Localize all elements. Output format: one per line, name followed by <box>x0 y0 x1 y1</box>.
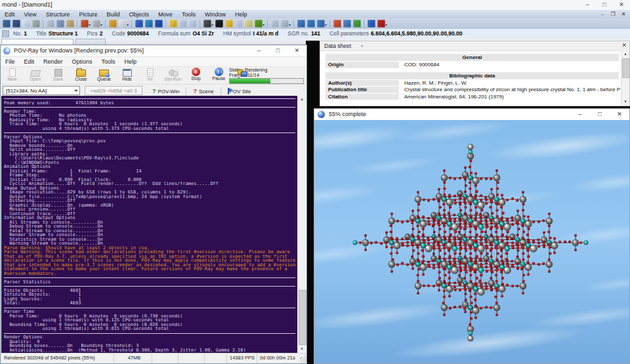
new-picture-icon[interactable] <box>135 20 143 28</box>
diamond-menu-tools[interactable]: Tools <box>177 11 200 18</box>
data-sheet-header[interactable]: Data sheet ▾ ✕ <box>320 41 629 51</box>
window-pale-2-icon[interactable] <box>189 20 197 28</box>
toolbar-stop-button[interactable]: Stop <box>184 67 207 84</box>
redo-icon[interactable] <box>93 20 100 28</box>
picture-rotate-icon[interactable] <box>155 20 163 28</box>
brush-icon[interactable] <box>255 20 262 28</box>
chevron-down-icon[interactable]: ▾ <box>211 22 213 27</box>
mdi-restore-button[interactable]: ❐ <box>608 10 618 18</box>
infobar-item-no-: No.1 <box>13 30 27 37</box>
povray-globe-icon <box>318 111 325 118</box>
scrollbar-thumb[interactable] <box>299 290 306 345</box>
povray-minimize-button[interactable]: – <box>249 45 268 56</box>
paste-icon[interactable] <box>66 20 74 28</box>
diamond-menu-picture[interactable]: Picture <box>74 11 102 18</box>
render-minimize-button[interactable]: – <box>570 109 590 120</box>
black-screen-icon[interactable] <box>215 20 223 28</box>
povray-status-bar: Rendered 302048 of 545482 pixels (55%)47… <box>1 353 306 363</box>
save-icon[interactable] <box>3 20 10 28</box>
mail-icon[interactable] <box>271 20 279 28</box>
povray-menu-file[interactable]: File <box>1 58 20 65</box>
scroll-up-icon[interactable]: ▲ <box>298 96 306 103</box>
povray-menu-options[interactable]: Options <box>68 58 97 65</box>
refresh-icon[interactable] <box>109 20 117 28</box>
chevron-down-icon[interactable]: ▾ <box>325 22 327 27</box>
find-icon[interactable] <box>12 20 20 28</box>
povray-close-button[interactable]: ✕ <box>287 45 306 56</box>
povray-maximize-button[interactable]: □ <box>268 45 287 56</box>
render-maximize-button[interactable]: □ <box>590 109 610 120</box>
chevron-down-icon[interactable]: ▾ <box>100 22 102 27</box>
undo-icon[interactable] <box>81 20 89 28</box>
diamond-close-button[interactable]: ✕ <box>613 0 630 10</box>
chevron-down-icon[interactable]: ▾ <box>89 22 91 27</box>
infobar-value: I 41/a m d <box>253 30 279 37</box>
help-pov-site[interactable]: POV Site <box>228 88 251 94</box>
notes-icon[interactable] <box>245 20 253 28</box>
toolbar-pause-button[interactable]: Pause <box>207 67 230 84</box>
print-preview-icon[interactable] <box>22 20 30 28</box>
diamond-menu-window[interactable]: Window <box>200 11 230 18</box>
povray-title-bar[interactable]: POV-Ray for Windows [Rendering prev.pov:… <box>1 45 306 57</box>
chevron-down-icon[interactable]: ▾ <box>289 22 291 27</box>
diamond-menu-move[interactable]: Move <box>154 11 177 18</box>
scroll-down-icon[interactable]: ▼ <box>621 98 629 106</box>
diamond-menu-build[interactable]: Build <box>102 11 124 18</box>
print-icon[interactable] <box>32 20 40 28</box>
status-segment-6: 0d 00h 00m 21s <box>257 354 306 363</box>
toolbar-close-button[interactable]: Close <box>70 67 93 84</box>
diamond-menu-objects[interactable]: Objects <box>124 11 154 18</box>
help-pov-win[interactable]: ?POV-Win <box>152 88 179 94</box>
diamond-menu-view[interactable]: View <box>20 11 41 18</box>
cut-icon[interactable] <box>47 20 54 28</box>
pin-red-icon[interactable] <box>377 20 385 28</box>
mdi-minimize-button[interactable]: – <box>597 10 608 18</box>
atom-grid-icon[interactable] <box>203 20 211 28</box>
diamond-menu-structure[interactable]: Structure <box>41 11 75 18</box>
chevron-down-icon[interactable]: ▾ <box>262 22 264 27</box>
panel-2-icon[interactable] <box>307 20 315 28</box>
console-separator <box>4 306 295 310</box>
povray-menu-help[interactable]: Help <box>120 58 142 65</box>
zoom-icon[interactable] <box>281 20 289 28</box>
scroll-down-icon[interactable]: ▼ <box>298 346 306 353</box>
panel-1-icon[interactable] <box>297 20 305 28</box>
help-scene[interactable]: ?Scene <box>193 88 213 94</box>
console-scrollbar[interactable]: ▲ ▼ <box>297 96 306 353</box>
povray-menu-edit[interactable]: Edit <box>20 58 39 65</box>
command-line-input[interactable]: +w829 +h658 +a0.3 <box>85 86 142 95</box>
render-close-button[interactable]: ✕ <box>610 109 629 120</box>
diamond-menu-edit[interactable]: Edit <box>0 11 20 18</box>
diamond-menu-help[interactable]: Help <box>230 11 252 18</box>
mdi-close-button[interactable]: ✕ <box>618 10 629 18</box>
flag-icon <box>228 88 229 94</box>
povray-menu-render[interactable]: Render <box>39 58 68 65</box>
folder-yellow-icon[interactable] <box>169 20 177 28</box>
scrollbar-thumb[interactable] <box>622 58 630 78</box>
toolbar-queue-button[interactable]: Queue <box>93 67 116 84</box>
window-pale-1-icon[interactable] <box>179 20 187 28</box>
chevron-down-icon[interactable]: ▾ <box>385 22 387 27</box>
globe-icon[interactable] <box>368 20 375 28</box>
data-sheet-scrollbar[interactable]: ▲ ▼ <box>621 51 629 106</box>
scroll-up-icon[interactable]: ▲ <box>621 51 629 58</box>
chart-red-icon[interactable] <box>333 20 341 28</box>
copy-icon[interactable] <box>56 20 64 28</box>
render-window-title-bar[interactable]: 55% complete –□✕ <box>314 109 629 121</box>
new-folder-icon[interactable] <box>225 20 233 28</box>
panel-3-icon[interactable] <box>317 20 325 28</box>
resize-grip[interactable] <box>300 357 306 363</box>
field-value: Hazen, R. M.; Finger, L. W. <box>404 80 467 86</box>
diamond-maximize-button[interactable]: □ <box>596 0 613 10</box>
diamond-minimize-button[interactable]: – <box>579 0 596 10</box>
pointer-icon[interactable] <box>119 20 127 28</box>
chevron-down-icon[interactable]: ▾ <box>127 22 129 27</box>
chart-green-icon[interactable] <box>353 20 361 28</box>
tablet-icon[interactable] <box>235 20 243 28</box>
data-sheet-close-button[interactable]: ✕ <box>621 42 627 49</box>
picture-color-icon[interactable] <box>145 20 153 28</box>
toolbar-hide-button[interactable]: Hide <box>116 67 138 84</box>
chart-blue-icon[interactable] <box>343 20 351 28</box>
povray-menu-tools[interactable]: Tools <box>97 58 120 65</box>
resolution-preset-select[interactable]: [512x384, No AA] <box>3 86 80 95</box>
